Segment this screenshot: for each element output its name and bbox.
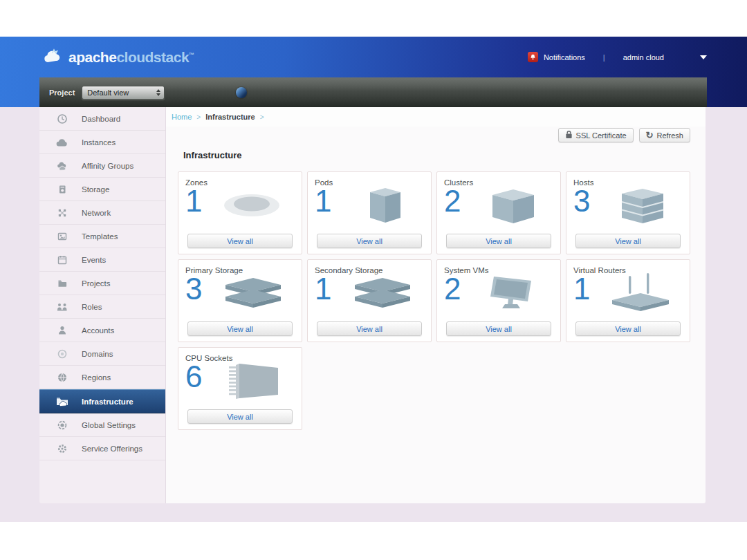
view-all-button-clusters[interactable]: View all	[446, 234, 551, 248]
header-divider: |	[603, 53, 605, 62]
sidebar-item-global-settings[interactable]: Global Settings	[39, 413, 165, 437]
sidebar-item-label: Infrastructure	[82, 398, 133, 406]
breadcrumb-separator-icon: >	[260, 113, 264, 121]
roles-icon	[55, 302, 69, 312]
view-all-button-zones[interactable]: View all	[187, 234, 293, 248]
infrastructure-icon	[55, 396, 69, 407]
view-all-button-primary-storage[interactable]: View all	[187, 321, 293, 336]
pod-icon	[345, 183, 427, 227]
brand-trademark: ™	[189, 52, 194, 58]
notifications-link[interactable]: Notifications	[544, 53, 585, 62]
sidebar-item-roles[interactable]: Roles	[39, 295, 165, 319]
project-label: Project	[49, 88, 75, 97]
sidebar-item-network[interactable]: Network	[39, 201, 165, 225]
sidebar-item-storage[interactable]: Storage	[39, 178, 165, 201]
chevron-down-icon[interactable]	[700, 55, 707, 59]
sidebar-item-infrastructure[interactable]: Infrastructure	[39, 389, 165, 413]
header-right-area: Notifications | admin cloud	[528, 37, 707, 77]
card-cpu-sockets: CPU Sockets6View all	[178, 347, 302, 430]
sidebar-item-accounts[interactable]: Accounts	[39, 319, 165, 342]
sidebar-item-label: Network	[82, 209, 111, 217]
card-count: 1	[573, 274, 590, 304]
secondary-storage-icon	[345, 271, 427, 315]
infrastructure-cards: Zones1View allPods1View allClusters2View…	[178, 171, 690, 430]
sidebar-item-label: Service Offerings	[82, 445, 142, 453]
page-toolbar: SSL Certificate ↻ Refresh	[558, 128, 690, 142]
sidebar-item-label: Roles	[82, 303, 102, 311]
sidebar-item-dashboard[interactable]: Dashboard	[39, 107, 165, 131]
notification-badge[interactable]	[528, 52, 538, 62]
card-clusters: Clusters2View all	[436, 171, 561, 254]
card-zones: Zones1View all	[178, 171, 302, 254]
sidebar-item-service-offerings[interactable]: Service Offerings	[39, 437, 165, 460]
sidebar-item-label: Instances	[82, 138, 116, 147]
templates-icon	[55, 231, 69, 242]
card-pods: Pods1View all	[307, 171, 432, 254]
app-page: apachecloudstack™ Notifications | admin …	[0, 37, 747, 522]
view-all-button-cpu-sockets[interactable]: View all	[187, 409, 293, 424]
page-title: Infrastructure	[183, 150, 242, 160]
breadcrumb: Home > Infrastructure >	[166, 107, 706, 127]
card-secondary-storage: Secondary Storage1View all	[307, 259, 432, 342]
refresh-button[interactable]: ↻ Refresh	[639, 128, 690, 142]
sidebar-item-regions[interactable]: Regions	[39, 366, 165, 389]
card-count: 1	[185, 186, 202, 216]
brand-logo[interactable]: apachecloudstack™	[43, 37, 194, 77]
card-primary-storage: Primary Storage3View all	[178, 259, 302, 342]
app-header: apachecloudstack™ Notifications | admin …	[0, 37, 747, 107]
view-all-button-secondary-storage[interactable]: View all	[317, 321, 422, 336]
sidebar-menu: DashboardInstancesAffinity GroupsStorage…	[39, 107, 166, 503]
cloud-logo-icon	[43, 48, 64, 67]
sidebar-item-label: Storage	[82, 185, 109, 194]
sidebar-item-domains[interactable]: Domains	[39, 342, 165, 366]
sidebar-item-label: Templates	[82, 232, 118, 241]
lock-icon	[565, 130, 573, 140]
sidebar-item-label: Projects	[82, 279, 111, 288]
view-all-button-hosts[interactable]: View all	[575, 234, 681, 248]
main-content: Home > Infrastructure > SSL Certificate …	[166, 107, 706, 503]
service-offerings-icon	[55, 443, 69, 454]
view-select[interactable]: Default view	[82, 86, 165, 100]
brand-word-cloudstack: cloudstack	[116, 49, 189, 65]
sidebar-item-label: Dashboard	[82, 115, 120, 123]
sidebar-item-instances[interactable]: Instances	[39, 131, 165, 154]
breadcrumb-current: Infrastructure	[205, 113, 255, 121]
ssl-certificate-label: SSL Certificate	[576, 131, 627, 140]
instances-icon	[55, 138, 69, 147]
network-icon	[55, 207, 69, 218]
loading-spinner-icon	[236, 87, 247, 98]
project-bar: Project Default view	[39, 77, 707, 107]
card-count: 2	[444, 186, 461, 216]
user-menu-label[interactable]: admin cloud	[623, 53, 664, 62]
system-vm-icon	[474, 271, 556, 315]
view-select-value: Default view	[87, 88, 129, 97]
sidebar-item-projects[interactable]: Projects	[39, 272, 165, 295]
card-count: 1	[315, 186, 331, 216]
global-settings-icon	[55, 420, 69, 431]
zone-icon	[216, 183, 297, 227]
sidebar-item-events[interactable]: Events	[39, 248, 165, 272]
storage-icon	[55, 184, 69, 195]
ssl-certificate-button[interactable]: SSL Certificate	[558, 128, 634, 142]
view-all-button-system-vms[interactable]: View all	[446, 321, 551, 336]
sidebar-item-label: Regions	[82, 373, 111, 382]
virtual-router-icon	[604, 271, 685, 315]
regions-icon	[55, 372, 69, 383]
sidebar-item-label: Affinity Groups	[82, 162, 133, 170]
brand-word-apache: apache	[68, 49, 116, 65]
brand-name: apachecloudstack™	[68, 49, 194, 66]
breadcrumb-home-link[interactable]: Home	[172, 113, 192, 121]
domains-icon	[55, 348, 69, 360]
view-all-button-virtual-routers[interactable]: View all	[575, 321, 681, 336]
host-icon	[604, 183, 685, 227]
sidebar-item-label: Accounts	[82, 326, 114, 335]
view-all-button-pods[interactable]: View all	[317, 234, 422, 248]
card-count: 2	[444, 274, 461, 304]
events-icon	[55, 254, 69, 265]
card-count: 6	[185, 362, 202, 392]
card-hosts: Hosts3View all	[566, 171, 690, 254]
card-system-vms: System VMs2View all	[436, 259, 561, 342]
projects-icon	[55, 278, 69, 289]
sidebar-item-templates[interactable]: Templates	[39, 225, 165, 248]
sidebar-item-affinity-groups[interactable]: Affinity Groups	[39, 154, 165, 178]
